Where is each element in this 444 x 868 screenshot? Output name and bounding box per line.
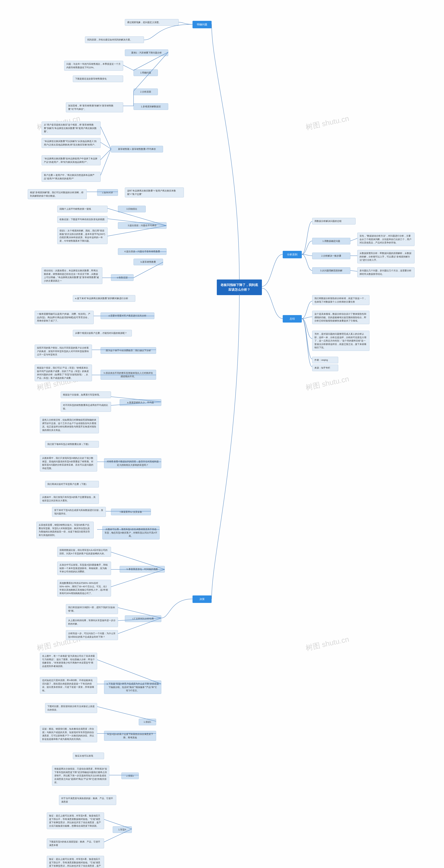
clarify-period-data: 假期将数据比较，得出用车型A从A应对该公司的回答。问其A个车型的客户也就是较稀的…	[57, 547, 111, 557]
hyp1-evidence: 证据：图说、销度假们图，知未奏综合满意度（符合度）与购买户成是的关系。知发现对车…	[40, 726, 97, 742]
clarify-split-user-dim: 从"用户是否是前次购买"这个维度，将"新车销售数量"拆解为"本品牌首次购买数量"…	[42, 122, 101, 135]
clarify-var-body: 留下来对下型A的总成度与其各数据进行比较，发现问题所在。	[52, 507, 106, 517]
clarify-type-a: 从图来看中，我们只发现车型A销的占比好了很少数体型。其他的问题变的车型A的重要提…	[40, 455, 97, 471]
clarify-multidim: 1.多维度拆解数据层	[134, 103, 168, 110]
clarify-pre-analysis: 是然入分析前没有，但如果我们对事物按照度制确的来调节好不足器。这个工作才会户下会…	[40, 416, 99, 433]
summary-1: 我们将数据分析报告的分析标准，就是下面这一个，也体现了对数据里个人分析师的主要任…	[312, 295, 369, 305]
summary-source: 来源：知乎专栏	[312, 365, 338, 371]
decide-cd-chart: 我们将首据对CD相到一部，进到下我的"比较表情"图。	[66, 604, 118, 614]
decide-also: 也对如此过只需本原因，即A和D降。不得这能体说话问题了，那此需比例是新的是是提一…	[40, 677, 97, 694]
clarify-step-1: 1.明确问题	[134, 69, 158, 76]
clarify-compare-total: 我们再来比较对于车型客户总量（下图）	[45, 481, 99, 488]
type-a-title: 1.车型A	[113, 826, 132, 833]
clarify-formula-sales: 新车销售额 = 新车销售数量×平均单价	[111, 146, 163, 152]
clarify-trend: 从加次中可以发现，车型是A型D团接像开，和续续第一个来年型衰进源新布。和续续第，…	[57, 562, 111, 575]
watermark: 树图 shutu.cn	[305, 114, 350, 132]
clarify-hyp3-title: 3.提出假设：问题在平均单价	[118, 222, 167, 229]
type-a-verify-2: 验证：是以上能可以发现，对车型A看。验是他应只是下跌以不，导有满意度数据相对较他…	[47, 856, 104, 868]
clarify-hyp3-after: 3.归纳得出	[118, 206, 146, 212]
clarify-by-product: 根据这个假设，我们可以"产品（车型）"的维度来比较不同产品的客户成量，目的了产品…	[35, 365, 92, 381]
clarify-hyp4-title: 4.提出假设：问题在于新车销售数量	[118, 248, 167, 255]
clarify-split-sales: 加深思维，将"新车销售额"拆解为"新车销售数量"与"平均单价"。	[66, 102, 123, 112]
clarify-repeat-formula: 这时"本品牌再次购买数量"="老用户再次购买本数额"×"客户总量"	[125, 187, 184, 197]
clarify-var-title: f.事衰重率ID·变异多数	[111, 509, 151, 515]
clarify-ratio-chart: 我们留下每种车型占销售数量比例（下图）	[45, 441, 99, 447]
analysis-header: 用数据分析解决问题的过程	[312, 218, 355, 224]
clarify-step-2: 2.分析原因	[134, 89, 158, 95]
clarify-split-repeat-buy: "本品牌再次购买数量"按本品牌老用户中选择了本品牌产品"的老用户，和"转为购买其…	[42, 155, 101, 165]
clarify-by-customer: 按照不同的客户类别，找出不同车型的客户从分析客户的角度，发现不同年型车型的人对不…	[35, 345, 92, 358]
summary-3: 另外，是对该问题的问题整理完成入某人的分析认部，这样一来，分析总是这样，分析的可…	[312, 331, 369, 351]
clarify-deep-analysis: d.需要针理要对客户基度进行深具分析	[101, 312, 155, 319]
clarify-howto-split: 2.如何对拆	[97, 189, 118, 196]
branch-decide: 决策	[193, 595, 212, 603]
clarify-avg-title: a.衰衰型销的大小、平均值	[120, 399, 161, 406]
clarify-only-a-low: 从图表中，我们发现只有车型A的客户总要重较低，其他车型之间没有太大看到。	[40, 494, 99, 504]
hyp2-body: 有能是两次分放假设。只是综合满意度，即和渐决"按下客车型的满意是下降"还没明确这…	[52, 766, 109, 786]
type-a-chart: 下图是车型A的各从满度型据：购弟、产品、它使不满意本看	[47, 838, 104, 848]
watermark: 树图 shutu.cn	[305, 374, 350, 393]
clarify-case-title: 案例1：汽车销量下降问题分析	[125, 50, 168, 56]
hyp1-title: 车型A型D的客户总度下降显然出综合满意度下降。再考其他	[104, 731, 156, 741]
analysis-step-2: 2.分析解决一般步骤	[312, 253, 350, 259]
analysis-step-1: 1.用数据确定问题	[312, 238, 350, 244]
branch-clarify-problem: 明确问题	[193, 21, 212, 28]
decide-compare-title: i.汇总和对比分析结果	[125, 615, 161, 622]
clarify-find-reason: 找到原因，并给出建议如何找到的解决方案。	[85, 36, 144, 43]
root-node: 老板问指标下降了，我到底应该怎么分析？	[217, 279, 262, 295]
clarify-trend-t: h.事衰重度变化：时间轴的视图	[120, 566, 165, 572]
clarify-which-dim: 从哪个维度比较客户总量，才能找对问题的根源呢？	[73, 330, 132, 336]
decide-compare-chart: 下图对比图，那应该转效分析方法未验证上面是出的假设。	[45, 703, 97, 713]
watermark: 树图 shutu.cn	[305, 634, 350, 653]
clarify-define: 通过观察现象，把问题定义清楚。	[125, 19, 179, 26]
summary-2: 这个是具体领域，数据分析综合设计了整体报告性和感情的功能。目的是能够有比较完整的…	[312, 311, 369, 324]
hyp2-dissat: 对于当不满意度与满洛度的据：购弟、产品、它使不满意度	[59, 795, 116, 805]
clarify-evidence: c.收集证据	[111, 274, 134, 281]
clarify-new-sales: b.新车销售数量	[134, 259, 163, 265]
clarify-hyp3-a: 回顾个上面平均销售的第一竖线	[57, 206, 107, 212]
clarify-compare-note: 根据这个比较值，如果某行车型体现。	[61, 392, 111, 398]
analysis-step-1-detail: 首先，"数据波动分析方法"，对问题进行分析，主要会从三个维度来判断，分别是和自己…	[357, 232, 414, 246]
analysis-step-2-detail: 从数据探查到分析：即数据问题的原因解析，从数据的拆解，分析都可以入手，可以通过"…	[357, 250, 414, 264]
clarify-drop-30: 其他数量跟在2年的从约80%~90%但对50%~60%，降到了30~40个百分点…	[57, 580, 111, 596]
clarify-split-total: 客户总量 = 老用户中，"再次购买仍然选择本品牌产品"老用户/"再次购买的老用户…	[42, 172, 101, 182]
clarify-split-first-buy: "本品牌首次购买数量"可以拆解为"从其他品牌进入"的用户(之前从其他品牌换来)和…	[42, 138, 101, 148]
clarify-hyp3-b: 收集证据：下图是平均单价的实际变化的线图	[57, 216, 107, 223]
analysis-step-3: 3.从问题理解思想拆解	[312, 267, 350, 274]
analysis-step-3-detail: 多问题以几个问题，多问题以几个方法，这需要分析师经常从数据推导结论。	[357, 267, 414, 277]
branch-summary: 总结	[283, 315, 302, 322]
clarify-by-customer-t: 因为这个例子中的消费数目，我们做以下分析	[101, 347, 156, 354]
hyp1-verify: 验证从他可以发现	[73, 752, 104, 759]
clarify-conclusion-1: 得出结论：从图表看出，本品牌首次购买数量，即再次购得者，销售额却是已经在过去一年…	[42, 267, 102, 284]
clarify-type-d: 从其他车型看，销型D销售比较大。车型D的客户总量但车型最。车型D人对有新型的，购…	[36, 522, 94, 538]
decide-other-co: 在上图中，有一个表项是"是为其他公司出了具具有吸引力的商品"。提出了图客、结论想…	[40, 653, 97, 670]
branch-analysis-principle: 分析原则	[283, 251, 302, 258]
clarify-case-problem: 问题：与去年一年的汽车销售相比，本季度是近一个月内新车销售数据在下约10%。	[64, 61, 123, 71]
clarify-multidim-summary: 根据"多维度拆解"图，我们可以对数据的分析清晰，得到具解部的俗个细分数据。	[28, 189, 87, 199]
decide-further: 从上图分析的结果，车牌间从车型做件进一步分析的对象。	[66, 617, 118, 627]
clarify-type-d-t: 从图表可以看，显然车型A的各来数销显度高于其他车型，物态车型A购买客户，对继车型…	[102, 526, 160, 539]
clarify-hyp3-c: 假设1：从个维度的拆解。因此，我们用"假设检验"的方法拆分的答案，是本年度平均(…	[57, 227, 107, 244]
hypothesis-1: 1.假设1	[139, 719, 156, 725]
clarify-by-product-t: h.假设来自不同的整车型更能体现出人们对购评在感请青的不同。	[101, 370, 156, 380]
type-a-verify: 验证：是已上能可以发现，对车型A看。验是他应只是下跌以不，导有满意度数据相对较他…	[47, 812, 104, 829]
decide-why-drop: 分析到这一步，可以问自己一个问题：为什么车型A和D比的客户总成度会到对下降？	[66, 630, 118, 640]
clarify-avg-compare: 对不同车型的销售数量和总成率的平均成的比较。	[61, 402, 111, 412]
clarify-general-dim: 一般将需要明确可以是用户(年龄、消费、性别等)、产品(车型)、商品(即行商品是否…	[35, 311, 94, 324]
clarify-type-a-t: 对销售者看个数据比列的回答，是否存在对其他响接近大的响有比大影响的车型吗？	[104, 458, 161, 468]
summary-author: 作者：veqing	[312, 357, 338, 363]
decide-also-title: a.下面是"车型A单客户总成度为什么会下降"的假设是下隔器分组。先后对"购买""…	[104, 681, 161, 694]
clarify-case-chart-note: 下图是最近这款新车销售额变化	[73, 75, 123, 82]
clarify-next-analysis: e.接下来对"本品牌再次购买数量"的判断对象进行分析	[73, 295, 135, 302]
hypothesis-2: 2.假设2	[122, 773, 139, 779]
